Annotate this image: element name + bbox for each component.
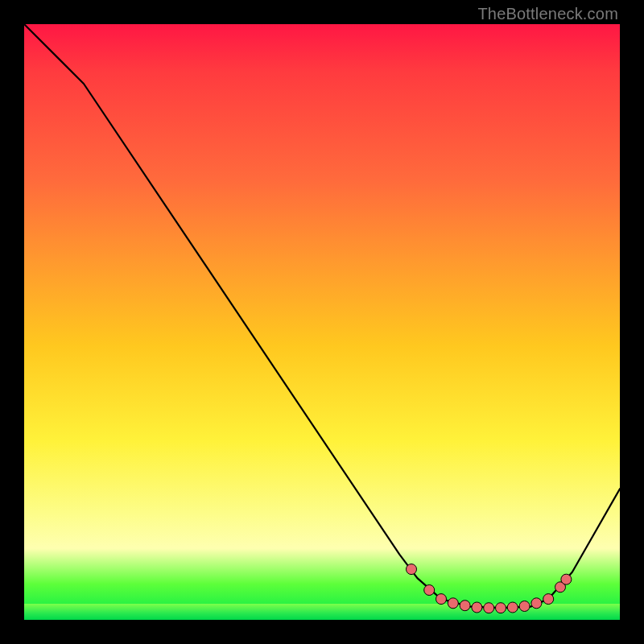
curve-marker <box>561 574 572 584</box>
curve-marker <box>543 594 554 605</box>
curve-marker <box>507 602 518 613</box>
curve-marker <box>531 598 542 609</box>
curve-marker <box>519 601 530 612</box>
bottleneck-curve <box>24 24 620 608</box>
curve-marker <box>496 603 506 613</box>
curve-markers <box>407 564 572 613</box>
curve-marker <box>460 601 470 611</box>
curve-marker <box>407 564 417 575</box>
curve-marker <box>424 585 435 596</box>
watermark-text: TheBottleneck.com <box>477 5 618 23</box>
curve-marker <box>448 598 458 609</box>
curve-marker <box>472 602 482 613</box>
curve-marker <box>484 603 494 613</box>
chart-stage: TheBottleneck.com <box>0 0 644 644</box>
chart-plot-area <box>24 24 620 620</box>
curve-marker <box>436 594 447 605</box>
curve-layer <box>24 24 620 620</box>
